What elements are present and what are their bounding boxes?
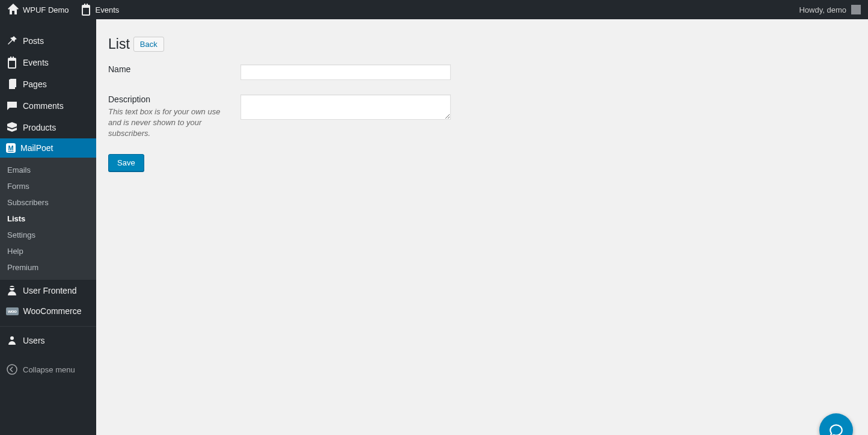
- adminbar-site-link[interactable]: WPUF Demo: [7, 4, 69, 16]
- description-help: This text box is for your own use and is…: [108, 106, 222, 140]
- sidebar-item-label: Posts: [23, 36, 44, 46]
- submenu-item-subscribers[interactable]: Subscribers: [0, 194, 96, 211]
- submenu-item-forms[interactable]: Forms: [0, 178, 96, 194]
- sidebar-item-label: Pages: [23, 79, 47, 89]
- chat-icon: [828, 422, 844, 435]
- calendar-icon: [6, 57, 18, 69]
- form-label-col: Description This text box is for your ow…: [108, 94, 240, 140]
- adminbar-account[interactable]: Howdy, demo: [799, 5, 861, 14]
- form-actions: Save: [108, 154, 856, 171]
- name-label: Name: [108, 64, 233, 74]
- save-button[interactable]: Save: [108, 154, 144, 171]
- sidebar-item-woocommerce[interactable]: woo WooCommerce: [0, 301, 96, 321]
- name-input[interactable]: [240, 64, 451, 80]
- sidebar-item-label: Events: [23, 58, 49, 67]
- menu-separator: [0, 324, 96, 327]
- sidebar-item-comments[interactable]: Comments: [0, 95, 96, 117]
- sidebar-item-pages[interactable]: Pages: [0, 73, 96, 95]
- collapse-icon: [6, 363, 18, 375]
- comments-icon: [6, 100, 18, 112]
- page-title: List: [108, 36, 130, 52]
- description-input[interactable]: [240, 94, 451, 120]
- adminbar-events-label: Events: [96, 5, 120, 14]
- back-button[interactable]: Back: [133, 37, 164, 52]
- collapse-menu[interactable]: Collapse menu: [0, 359, 96, 380]
- adminbar: WPUF Demo Events Howdy, demo: [0, 0, 868, 19]
- sidebar: Posts Events Pages Comments Products M M…: [0, 19, 96, 435]
- collapse-label: Collapse menu: [23, 365, 75, 374]
- page-heading: List Back: [108, 36, 856, 52]
- adminbar-howdy-text: Howdy, demo: [799, 5, 846, 14]
- sidebar-item-label: User Frontend: [23, 286, 76, 295]
- pages-icon: [6, 78, 18, 90]
- layout: Posts Events Pages Comments Products M M…: [0, 19, 868, 435]
- submenu-item-settings[interactable]: Settings: [0, 227, 96, 243]
- calendar-icon: [80, 4, 92, 16]
- adminbar-events-link[interactable]: Events: [80, 4, 120, 16]
- sidebar-item-label: MailPoet: [20, 143, 53, 153]
- sidebar-item-events[interactable]: Events: [0, 52, 96, 73]
- products-icon: [6, 122, 18, 134]
- adminbar-left: WPUF Demo Events: [7, 4, 119, 16]
- svg-point-0: [7, 365, 17, 374]
- pushpin-icon: [6, 35, 18, 47]
- sidebar-item-label: Users: [23, 336, 45, 345]
- sidebar-item-label: WooCommerce: [23, 306, 82, 316]
- submenu-item-lists[interactable]: Lists: [0, 211, 96, 227]
- woocommerce-icon: woo: [6, 307, 19, 315]
- sidebar-item-products[interactable]: Products: [0, 117, 96, 138]
- submenu-item-emails[interactable]: Emails: [0, 162, 96, 178]
- user-frontend-icon: [6, 285, 18, 297]
- form-row-description: Description This text box is for your ow…: [108, 94, 856, 140]
- mailpoet-icon: M: [6, 143, 16, 153]
- submenu-item-help[interactable]: Help: [0, 243, 96, 259]
- sidebar-item-user-frontend[interactable]: User Frontend: [0, 280, 96, 301]
- submenu-item-premium[interactable]: Premium: [0, 259, 96, 276]
- sidebar-item-mailpoet[interactable]: M MailPoet: [0, 138, 96, 158]
- home-icon: [7, 4, 19, 16]
- content: List Back Name Description This text box…: [96, 19, 868, 435]
- submenu: Emails Forms Subscribers Lists Settings …: [0, 158, 96, 280]
- sidebar-item-users[interactable]: Users: [0, 330, 96, 351]
- description-label: Description: [108, 94, 233, 104]
- adminbar-site-name: WPUF Demo: [23, 5, 69, 14]
- sidebar-item-label: Comments: [23, 101, 64, 111]
- sidebar-item-posts[interactable]: Posts: [0, 30, 96, 52]
- form-row-name: Name: [108, 64, 856, 80]
- avatar: [851, 5, 861, 14]
- sidebar-item-label: Products: [23, 123, 56, 132]
- users-icon: [6, 335, 18, 347]
- form-label-col: Name: [108, 64, 240, 75]
